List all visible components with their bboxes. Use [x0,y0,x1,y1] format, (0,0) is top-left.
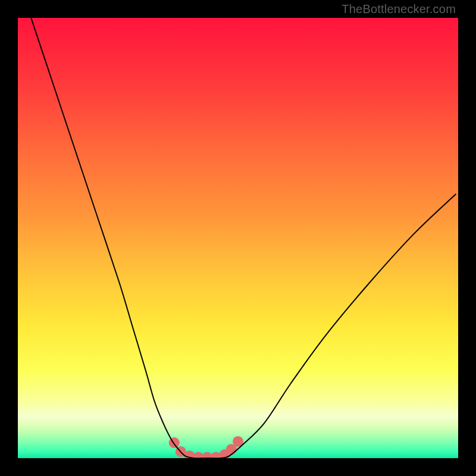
curve-layer [18,18,458,458]
plot-frame [18,18,458,458]
bottleneck-curve-line [31,18,456,458]
watermark-text: TheBottlenecker.com [342,2,456,16]
valley-markers [169,436,243,458]
